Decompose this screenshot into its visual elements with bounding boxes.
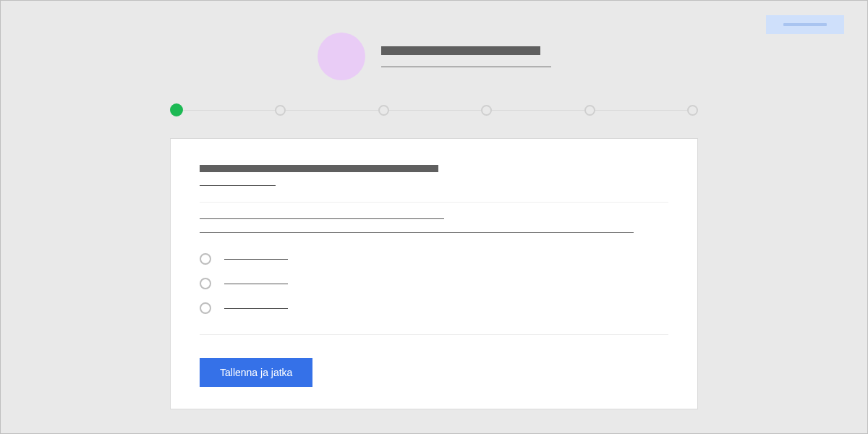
divider <box>200 334 668 335</box>
radio-icon <box>200 278 211 289</box>
radio-option-1[interactable] <box>200 253 668 265</box>
stepper-track <box>176 110 692 111</box>
form-card: Tallenna ja jatka <box>170 138 698 409</box>
step-5[interactable] <box>584 105 595 116</box>
text-input[interactable] <box>200 232 634 233</box>
field-label <box>200 218 444 219</box>
avatar <box>318 33 365 80</box>
page-subtitle <box>381 67 551 67</box>
step-2[interactable] <box>275 105 286 116</box>
radio-group <box>200 253 668 314</box>
step-4[interactable] <box>481 105 492 116</box>
divider <box>200 202 668 203</box>
radio-icon <box>200 302 211 314</box>
section-title <box>200 165 438 172</box>
radio-label <box>224 259 288 260</box>
radio-option-2[interactable] <box>200 278 668 289</box>
progress-stepper <box>170 103 698 116</box>
radio-label <box>224 284 288 284</box>
page-header <box>1 1 867 80</box>
radio-icon <box>200 253 211 265</box>
page-title <box>381 46 540 55</box>
step-1[interactable] <box>170 103 183 116</box>
badge-text-placeholder <box>783 23 827 26</box>
step-3[interactable] <box>378 105 389 116</box>
radio-option-3[interactable] <box>200 302 668 314</box>
section-subtitle <box>200 185 276 186</box>
top-right-badge <box>766 15 844 34</box>
radio-label <box>224 308 288 309</box>
header-text-block <box>381 46 551 67</box>
step-6[interactable] <box>687 105 698 116</box>
submit-button[interactable]: Tallenna ja jatka <box>200 358 312 387</box>
